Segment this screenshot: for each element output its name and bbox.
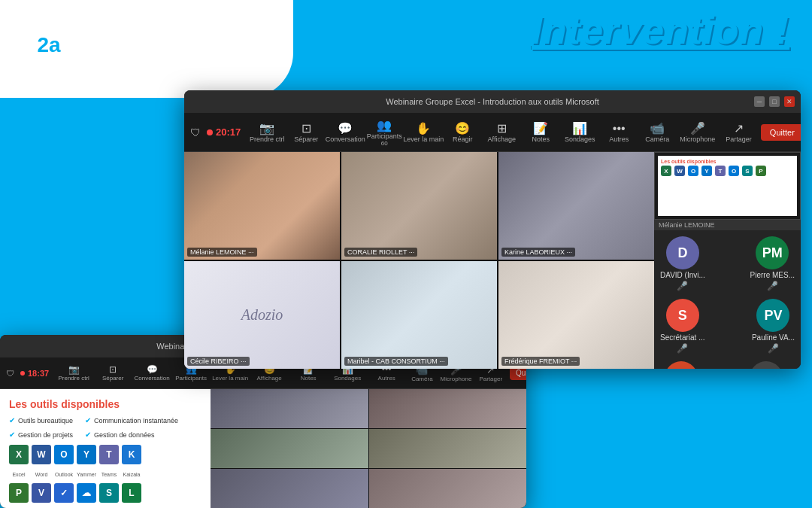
sondages-icon: 📊 bbox=[572, 121, 587, 135]
onedrive-icon: ☁ bbox=[77, 483, 96, 503]
participant-audrey: A Audrey - C... 🎤 bbox=[660, 361, 702, 369]
preview-yammer-icon: Y bbox=[701, 166, 712, 176]
video-cell-frederique: Frédérique FREMIOT ··· bbox=[498, 261, 654, 369]
conversation-button[interactable]: 💬 Conversation bbox=[326, 118, 364, 146]
kaizala-icon: K bbox=[122, 445, 141, 464]
video-cell-maribel: Maribel - CAB CONSORTIUM ··· bbox=[341, 261, 497, 369]
see-all-container: ··· Voir tous les pa... bbox=[737, 361, 795, 369]
notes-label-sm: Notes bbox=[301, 375, 317, 382]
shield-icon: 🛡 bbox=[190, 126, 201, 138]
maximize-button-main[interactable]: □ bbox=[769, 96, 780, 107]
notes-label: Notes bbox=[532, 135, 550, 143]
separer-btn-sm[interactable]: ⊡ Séparer bbox=[94, 361, 132, 385]
camera-label: Caméra bbox=[645, 135, 669, 143]
cat-projets-label: Gestion de projets bbox=[18, 431, 73, 439]
conv-label-sm: Conversation bbox=[135, 375, 170, 382]
app-labels-row-1: Excel Word Outlook Yammer Teams Kaizala bbox=[9, 472, 201, 477]
check-communication: ✔ bbox=[85, 416, 91, 424]
avatar-see-all: ··· bbox=[750, 361, 783, 369]
sharepoint-icon: S bbox=[99, 483, 119, 503]
microphone-label: Microphone bbox=[680, 135, 715, 143]
check-bureautique: ✔ bbox=[9, 416, 15, 424]
video-label-coralie: CORALIE RIOLLET ··· bbox=[344, 248, 417, 257]
prendre-ctrl-btn-sm[interactable]: 📷 Prendre ctrl bbox=[55, 361, 92, 385]
check-donnees: ✔ bbox=[85, 430, 91, 439]
video-label-frederique: Frédérique FREMIOT ··· bbox=[501, 357, 580, 366]
reagir-button[interactable]: 😊 Réagir bbox=[444, 118, 481, 146]
sondages-button[interactable]: 📊 Sondages bbox=[561, 118, 598, 146]
close-button-main[interactable]: ✕ bbox=[784, 96, 795, 107]
video-cell-coralie: CORALIE RIOLLET ··· bbox=[341, 152, 497, 260]
autres-label: Autres bbox=[609, 135, 629, 143]
affichage-label: Affichage bbox=[488, 135, 516, 143]
mic-icon-pierre: 🎤 bbox=[767, 281, 778, 291]
prendre-ctrl-icon-sm: 📷 bbox=[68, 364, 80, 375]
preview-excel-icon: X bbox=[661, 166, 671, 176]
video-grid-main: Mélanie LEMOINE ··· CORALIE RIOLLET ··· … bbox=[184, 152, 801, 369]
yammer-icon: Y bbox=[77, 445, 96, 464]
toolbar-main: 🛡 20:17 📷 Prendre ctrl ⊡ Séparer 💬 Conve… bbox=[184, 113, 801, 152]
separer-label: Séparer bbox=[294, 135, 318, 143]
share-label-sm: Partager bbox=[479, 376, 502, 382]
logo-circle: 2a bbox=[15, 11, 83, 79]
video-cell-karine: Karine LABORIEUX ··· bbox=[498, 152, 654, 260]
participant-pair-3: A Audrey - C... 🎤 ··· Voir tous les pa..… bbox=[660, 361, 795, 369]
participants-button[interactable]: 👥 Participants 60 bbox=[365, 115, 403, 150]
autres-button[interactable]: ••• Autres bbox=[600, 119, 638, 146]
video-label-karine: Karine LABORIEUX ··· bbox=[501, 248, 575, 257]
participant-secretariat: S Secrétariat ... 🎤 bbox=[660, 299, 704, 354]
small-window-content: Les outils disponibles ✔ Outils bureauti… bbox=[0, 389, 526, 508]
slide-preview: Les outils disponibles X W O Y T O S P bbox=[654, 152, 801, 220]
slide-categories-2: ✔ Gestion de projets ✔ Gestion de donnée… bbox=[9, 430, 201, 439]
notes-button[interactable]: 📝 Notes bbox=[522, 118, 559, 146]
reagir-label-sm: Affichage bbox=[257, 375, 282, 382]
quit-button-main[interactable]: Quitter bbox=[761, 124, 801, 141]
shield-icon-small: 🛡 bbox=[6, 369, 14, 378]
planner-icon: P bbox=[9, 483, 29, 503]
preview-word-icon: W bbox=[674, 166, 685, 176]
preview-teams-icon: T bbox=[715, 166, 726, 176]
timer-small: 18:37 bbox=[28, 369, 49, 378]
logo-text-block: Expertise And Advice bbox=[90, 39, 205, 52]
conv-btn-sm[interactable]: 💬 Conversation bbox=[133, 361, 171, 385]
small-video-area bbox=[211, 389, 526, 508]
separer-button[interactable]: ⊡ Séparer bbox=[287, 118, 325, 146]
participant-pair-1: D DAVID (Invi... 🎤 PM Pierre MES... 🎤 bbox=[660, 236, 795, 291]
lever-main-button[interactable]: ✋ Lever la main bbox=[404, 118, 442, 146]
cat-donnees-label: Gestion de données bbox=[94, 431, 155, 439]
notes-icon: 📝 bbox=[533, 121, 548, 135]
cat-projets: ✔ Gestion de projets bbox=[9, 430, 73, 439]
camera-button[interactable]: 📹 Caméra bbox=[641, 118, 674, 146]
name-pierre: Pierre MES... bbox=[750, 271, 795, 279]
video-label-maribel: Maribel - CAB CONSORTIUM ··· bbox=[344, 357, 448, 366]
title-word: Intervention ! bbox=[532, 8, 789, 52]
affichage-button[interactable]: ⊞ Affichage bbox=[483, 118, 520, 146]
prendre-ctrl-button[interactable]: 📷 Prendre ctrl bbox=[248, 118, 286, 146]
minimize-button-main[interactable]: ─ bbox=[754, 96, 765, 107]
participant-pierre: PM Pierre MES... 🎤 bbox=[750, 236, 795, 291]
participants-list: D DAVID (Invi... 🎤 PM Pierre MES... 🎤 S … bbox=[654, 230, 801, 369]
video-cell-melanine: Mélanie LEMOINE ··· bbox=[184, 152, 340, 260]
small-video-cell-1 bbox=[211, 389, 368, 428]
recording-dot bbox=[207, 129, 213, 135]
video-label-melanine: Mélanie LEMOINE ··· bbox=[187, 248, 257, 257]
microphone-button[interactable]: 🎤 Microphone bbox=[675, 118, 720, 146]
share-icon: ↗ bbox=[734, 121, 744, 135]
app-icons-row-1: X W O Y T K bbox=[9, 445, 201, 464]
share-button[interactable]: ↗ Partager bbox=[721, 118, 756, 146]
preview-sharepoint-icon: S bbox=[742, 166, 753, 176]
prendre-ctrl-label: Prendre ctrl bbox=[250, 135, 285, 143]
window-controls-main: ─ □ ✕ bbox=[754, 96, 795, 107]
recording-dot-small bbox=[20, 371, 25, 376]
conversation-icon: 💬 bbox=[338, 121, 353, 135]
avatar-pauline: PV bbox=[756, 299, 789, 332]
camera-icon: 📹 bbox=[650, 121, 665, 135]
video-grid-left: Mélanie LEMOINE ··· CORALIE RIOLLET ··· … bbox=[184, 152, 654, 369]
excel-icon: X bbox=[9, 445, 29, 464]
preview-outlook-icon: O bbox=[688, 166, 698, 176]
name-secretariat: Secrétariat ... bbox=[660, 333, 704, 342]
participants-label: Participants bbox=[367, 132, 402, 140]
app-icons-row-2: P V ✓ ☁ S L bbox=[9, 483, 201, 503]
check-projets: ✔ bbox=[9, 430, 15, 439]
participant-pair-2: S Secrétariat ... 🎤 PV Pauline VA... 🎤 bbox=[660, 299, 795, 354]
